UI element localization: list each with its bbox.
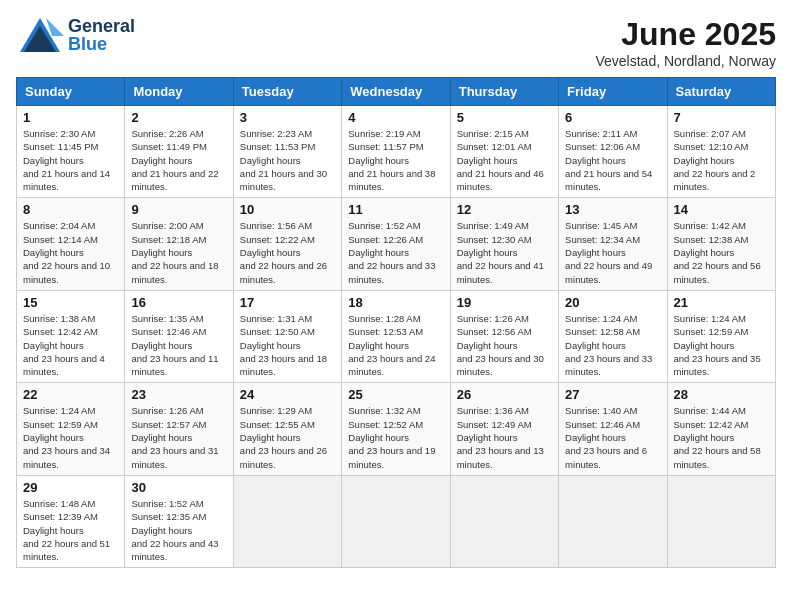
calendar-day-cell: 25 Sunrise: 1:32 AM Sunset: 12:52 AM Day… [342,383,450,475]
day-number: 7 [674,110,769,125]
day-info: Sunrise: 2:30 AM Sunset: 11:45 PM Daylig… [23,127,118,193]
day-number: 24 [240,387,335,402]
calendar-day-cell: 10 Sunrise: 1:56 AM Sunset: 12:22 AM Day… [233,198,341,290]
calendar-day-cell: 14 Sunrise: 1:42 AM Sunset: 12:38 AM Day… [667,198,775,290]
header-monday: Monday [125,78,233,106]
month-title: June 2025 [595,16,776,53]
day-info: Sunrise: 2:04 AM Sunset: 12:14 AM Daylig… [23,219,118,285]
calendar-day-cell: 29 Sunrise: 1:48 AM Sunset: 12:39 AM Day… [17,475,125,567]
calendar-day-cell [667,475,775,567]
day-number: 12 [457,202,552,217]
calendar-day-cell: 23 Sunrise: 1:26 AM Sunset: 12:57 AM Day… [125,383,233,475]
day-info: Sunrise: 1:24 AM Sunset: 12:59 AM Daylig… [23,404,118,470]
calendar-day-cell: 16 Sunrise: 1:35 AM Sunset: 12:46 AM Day… [125,290,233,382]
day-info: Sunrise: 1:48 AM Sunset: 12:39 AM Daylig… [23,497,118,563]
day-number: 29 [23,480,118,495]
day-info: Sunrise: 1:42 AM Sunset: 12:38 AM Daylig… [674,219,769,285]
calendar-day-cell: 11 Sunrise: 1:52 AM Sunset: 12:26 AM Day… [342,198,450,290]
calendar-day-cell: 21 Sunrise: 1:24 AM Sunset: 12:59 AM Day… [667,290,775,382]
title-area: June 2025 Vevelstad, Nordland, Norway [595,16,776,69]
page-header: General Blue June 2025 Vevelstad, Nordla… [16,16,776,69]
calendar-week-row: 15 Sunrise: 1:38 AM Sunset: 12:42 AM Day… [17,290,776,382]
day-info: Sunrise: 1:35 AM Sunset: 12:46 AM Daylig… [131,312,226,378]
day-number: 20 [565,295,660,310]
calendar-day-cell: 18 Sunrise: 1:28 AM Sunset: 12:53 AM Day… [342,290,450,382]
header-wednesday: Wednesday [342,78,450,106]
day-info: Sunrise: 1:26 AM Sunset: 12:56 AM Daylig… [457,312,552,378]
calendar-day-cell: 2 Sunrise: 2:26 AM Sunset: 11:49 PM Dayl… [125,106,233,198]
logo-general-text: General [68,17,135,35]
day-info: Sunrise: 1:56 AM Sunset: 12:22 AM Daylig… [240,219,335,285]
calendar-day-cell: 7 Sunrise: 2:07 AM Sunset: 12:10 AM Dayl… [667,106,775,198]
calendar-day-cell: 12 Sunrise: 1:49 AM Sunset: 12:30 AM Day… [450,198,558,290]
header-saturday: Saturday [667,78,775,106]
day-number: 22 [23,387,118,402]
day-info: Sunrise: 1:24 AM Sunset: 12:58 AM Daylig… [565,312,660,378]
day-number: 17 [240,295,335,310]
logo-blue-text: Blue [68,35,135,53]
header-thursday: Thursday [450,78,558,106]
day-number: 16 [131,295,226,310]
calendar-day-cell: 20 Sunrise: 1:24 AM Sunset: 12:58 AM Day… [559,290,667,382]
calendar-day-cell: 3 Sunrise: 2:23 AM Sunset: 11:53 PM Dayl… [233,106,341,198]
day-info: Sunrise: 2:11 AM Sunset: 12:06 AM Daylig… [565,127,660,193]
day-number: 14 [674,202,769,217]
day-number: 4 [348,110,443,125]
calendar-day-cell: 13 Sunrise: 1:45 AM Sunset: 12:34 AM Day… [559,198,667,290]
calendar-day-cell: 19 Sunrise: 1:26 AM Sunset: 12:56 AM Day… [450,290,558,382]
logo-icon [16,16,64,54]
day-number: 6 [565,110,660,125]
calendar-day-cell: 5 Sunrise: 2:15 AM Sunset: 12:01 AM Dayl… [450,106,558,198]
calendar-day-cell: 1 Sunrise: 2:30 AM Sunset: 11:45 PM Dayl… [17,106,125,198]
calendar-week-row: 1 Sunrise: 2:30 AM Sunset: 11:45 PM Dayl… [17,106,776,198]
calendar-day-cell: 4 Sunrise: 2:19 AM Sunset: 11:57 PM Dayl… [342,106,450,198]
calendar-day-cell [342,475,450,567]
calendar-day-cell: 6 Sunrise: 2:11 AM Sunset: 12:06 AM Dayl… [559,106,667,198]
calendar-week-row: 22 Sunrise: 1:24 AM Sunset: 12:59 AM Day… [17,383,776,475]
calendar-day-cell: 22 Sunrise: 1:24 AM Sunset: 12:59 AM Day… [17,383,125,475]
day-info: Sunrise: 2:07 AM Sunset: 12:10 AM Daylig… [674,127,769,193]
calendar-day-cell: 9 Sunrise: 2:00 AM Sunset: 12:18 AM Dayl… [125,198,233,290]
header-tuesday: Tuesday [233,78,341,106]
day-info: Sunrise: 2:26 AM Sunset: 11:49 PM Daylig… [131,127,226,193]
day-info: Sunrise: 1:52 AM Sunset: 12:35 AM Daylig… [131,497,226,563]
calendar-day-cell: 27 Sunrise: 1:40 AM Sunset: 12:46 AM Day… [559,383,667,475]
day-info: Sunrise: 1:38 AM Sunset: 12:42 AM Daylig… [23,312,118,378]
weekday-header-row: Sunday Monday Tuesday Wednesday Thursday… [17,78,776,106]
calendar-day-cell: 24 Sunrise: 1:29 AM Sunset: 12:55 AM Day… [233,383,341,475]
day-number: 8 [23,202,118,217]
calendar-week-row: 8 Sunrise: 2:04 AM Sunset: 12:14 AM Dayl… [17,198,776,290]
day-info: Sunrise: 1:49 AM Sunset: 12:30 AM Daylig… [457,219,552,285]
day-number: 3 [240,110,335,125]
calendar-day-cell [450,475,558,567]
day-number: 11 [348,202,443,217]
day-info: Sunrise: 2:00 AM Sunset: 12:18 AM Daylig… [131,219,226,285]
calendar-week-row: 29 Sunrise: 1:48 AM Sunset: 12:39 AM Day… [17,475,776,567]
day-number: 5 [457,110,552,125]
calendar-day-cell: 17 Sunrise: 1:31 AM Sunset: 12:50 AM Day… [233,290,341,382]
day-info: Sunrise: 2:23 AM Sunset: 11:53 PM Daylig… [240,127,335,193]
day-info: Sunrise: 1:44 AM Sunset: 12:42 AM Daylig… [674,404,769,470]
day-info: Sunrise: 1:36 AM Sunset: 12:49 AM Daylig… [457,404,552,470]
day-info: Sunrise: 1:28 AM Sunset: 12:53 AM Daylig… [348,312,443,378]
day-info: Sunrise: 1:52 AM Sunset: 12:26 AM Daylig… [348,219,443,285]
day-info: Sunrise: 2:15 AM Sunset: 12:01 AM Daylig… [457,127,552,193]
day-info: Sunrise: 1:32 AM Sunset: 12:52 AM Daylig… [348,404,443,470]
day-number: 30 [131,480,226,495]
calendar-day-cell: 8 Sunrise: 2:04 AM Sunset: 12:14 AM Dayl… [17,198,125,290]
day-info: Sunrise: 1:45 AM Sunset: 12:34 AM Daylig… [565,219,660,285]
day-number: 25 [348,387,443,402]
day-info: Sunrise: 1:24 AM Sunset: 12:59 AM Daylig… [674,312,769,378]
day-number: 18 [348,295,443,310]
day-info: Sunrise: 1:31 AM Sunset: 12:50 AM Daylig… [240,312,335,378]
calendar-day-cell: 30 Sunrise: 1:52 AM Sunset: 12:35 AM Day… [125,475,233,567]
day-number: 19 [457,295,552,310]
calendar-day-cell [233,475,341,567]
calendar-day-cell: 15 Sunrise: 1:38 AM Sunset: 12:42 AM Day… [17,290,125,382]
header-friday: Friday [559,78,667,106]
day-number: 15 [23,295,118,310]
location: Vevelstad, Nordland, Norway [595,53,776,69]
day-info: Sunrise: 1:40 AM Sunset: 12:46 AM Daylig… [565,404,660,470]
day-number: 28 [674,387,769,402]
day-number: 23 [131,387,226,402]
